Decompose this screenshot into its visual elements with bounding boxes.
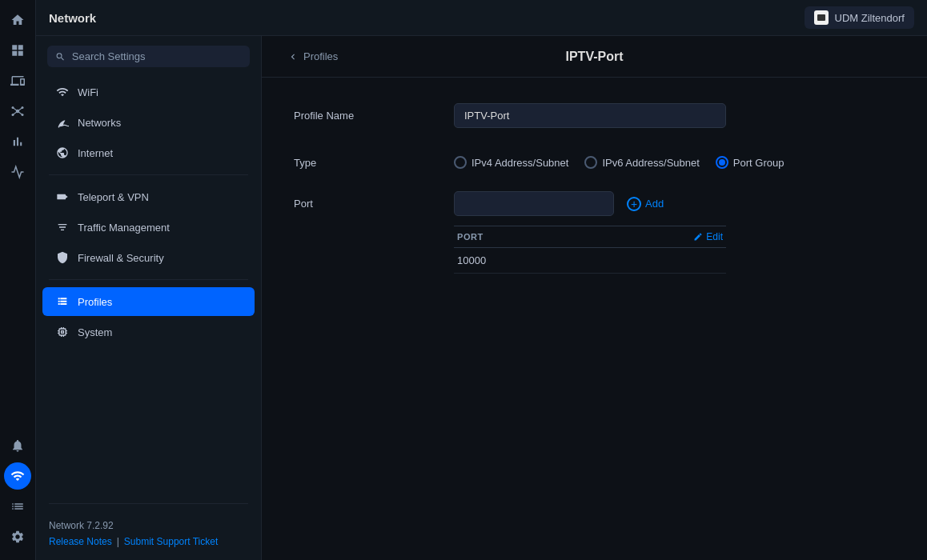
port-row: Port + Add PORT — [294, 191, 895, 274]
svg-line-6 — [18, 108, 22, 112]
type-row: Type IPv4 Address/Subnet IPv6 Address/Su… — [294, 150, 895, 169]
wifi-icon — [55, 85, 70, 99]
add-icon: + — [627, 197, 641, 211]
type-label: Type — [294, 150, 454, 169]
icon-rail — [0, 0, 36, 560]
sidebar-item-networks[interactable]: Networks — [42, 108, 255, 137]
sidebar-divider-3 — [49, 503, 248, 504]
sidebar-item-label: Teleport & VPN — [78, 191, 149, 203]
page-title: IPTV-Port — [565, 50, 623, 64]
form-body: Profile Name Type IPv4 Address/Subnet — [262, 78, 927, 322]
port-table-header: PORT Edit — [454, 226, 726, 248]
edit-button[interactable]: Edit — [693, 231, 723, 242]
edit-icon — [693, 232, 703, 242]
sidebar-item-label: Internet — [78, 147, 113, 159]
app-title: Network — [49, 11, 805, 25]
svg-line-5 — [13, 108, 18, 112]
version-label: Network 7.2.92 — [49, 520, 248, 531]
breadcrumb-back[interactable]: Profiles — [287, 50, 338, 62]
sidebar-item-label: Networks — [78, 117, 121, 129]
sidebar-item-teleport-vpn[interactable]: Teleport & VPN — [42, 182, 255, 211]
type-control: IPv4 Address/Subnet IPv6 Address/Subnet … — [454, 150, 895, 169]
radio-label-ipv4: IPv4 Address/Subnet — [472, 157, 568, 169]
sidebar-item-label: Profiles — [78, 296, 112, 308]
profile-name-label: Profile Name — [294, 103, 454, 122]
release-notes-link[interactable]: Release Notes — [49, 536, 112, 547]
add-label: Add — [645, 198, 664, 210]
breadcrumb: Profiles — [303, 50, 338, 62]
topology-icon[interactable] — [4, 98, 31, 125]
radio-ipv6[interactable]: IPv6 Address/Subnet — [584, 156, 699, 169]
link-separator: | — [117, 536, 119, 547]
teleport-icon — [55, 190, 70, 204]
content-panel: Profiles IPTV-Port Profile Name Type — [262, 36, 927, 560]
search-input[interactable] — [72, 50, 242, 62]
port-column-header: PORT — [457, 232, 484, 242]
radio-circle-ipv4 — [454, 156, 467, 169]
sidebar-item-profiles[interactable]: Profiles — [42, 287, 255, 316]
alerts-icon[interactable] — [4, 432, 31, 459]
port-input-row: + Add — [454, 191, 895, 216]
radio-circle-port-group — [716, 156, 728, 169]
add-port-button[interactable]: + Add — [620, 193, 670, 215]
sidebar-divider-1 — [49, 174, 248, 175]
network-icon[interactable] — [4, 462, 31, 490]
traffic-icon — [55, 220, 70, 234]
settings-icon[interactable] — [4, 523, 31, 550]
edit-label: Edit — [706, 231, 723, 242]
svg-rect-9 — [817, 14, 825, 21]
back-arrow-icon — [287, 51, 299, 62]
radio-label-ipv6: IPv6 Address/Subnet — [602, 157, 699, 169]
radio-circle-ipv6 — [584, 156, 597, 169]
content-header: Profiles IPTV-Port — [262, 36, 927, 78]
sidebar-item-system[interactable]: System — [42, 318, 255, 346]
submit-ticket-link[interactable]: Submit Support Ticket — [124, 536, 218, 547]
top-bar: Network UDM Ziltendorf — [36, 0, 927, 36]
svg-rect-10 — [57, 194, 66, 200]
sidebar-item-firewall-security[interactable]: Firewall & Security — [42, 243, 255, 272]
sidebar-item-label: System — [78, 326, 112, 338]
sidebar-footer: Network 7.2.92 Release Notes | Submit Su… — [36, 510, 261, 560]
port-label: Port — [294, 191, 454, 210]
system-icon — [55, 325, 70, 339]
profile-name-input[interactable] — [454, 103, 726, 128]
stats-icon[interactable] — [4, 128, 31, 155]
radio-group: IPv4 Address/Subnet IPv6 Address/Subnet … — [454, 150, 895, 169]
port-table: PORT Edit 10000 — [454, 226, 726, 274]
radio-ipv4[interactable]: IPv4 Address/Subnet — [454, 156, 568, 169]
profile-name-control — [454, 103, 895, 128]
sidebar: WiFi Networks Internet Teleport — [36, 36, 262, 560]
sidebar-item-wifi[interactable]: WiFi — [42, 78, 255, 106]
profiles-icon — [55, 294, 70, 309]
firewall-icon — [55, 250, 70, 265]
home-icon[interactable] — [4, 6, 31, 34]
radio-port-group[interactable]: Port Group — [716, 156, 785, 169]
profile-name-row: Profile Name — [294, 103, 895, 128]
radio-label-port-group: Port Group — [733, 157, 785, 169]
list-icon[interactable] — [4, 493, 31, 520]
networks-icon — [55, 115, 70, 130]
internet-icon — [55, 146, 70, 160]
sidebar-item-label: WiFi — [78, 86, 98, 98]
svg-line-7 — [13, 111, 18, 115]
sidebar-item-internet[interactable]: Internet — [42, 138, 255, 167]
sidebar-divider-2 — [49, 279, 248, 280]
sidebar-item-label: Firewall & Security — [78, 252, 164, 264]
analytics-icon[interactable] — [4, 158, 31, 186]
dashboard-icon[interactable] — [4, 37, 31, 64]
sidebar-item-label: Traffic Management — [78, 222, 170, 234]
search-box[interactable] — [47, 46, 250, 67]
device-badge[interactable]: UDM Ziltendorf — [805, 6, 914, 29]
device-icon — [814, 10, 829, 25]
svg-line-8 — [18, 111, 22, 115]
device-name: UDM Ziltendorf — [835, 12, 905, 24]
search-icon — [55, 51, 66, 62]
devices-icon[interactable] — [4, 67, 31, 94]
sidebar-item-traffic-management[interactable]: Traffic Management — [42, 213, 255, 242]
port-control: + Add PORT Edit — [454, 191, 895, 274]
port-table-row: 10000 — [454, 248, 726, 274]
port-input[interactable] — [454, 191, 614, 216]
